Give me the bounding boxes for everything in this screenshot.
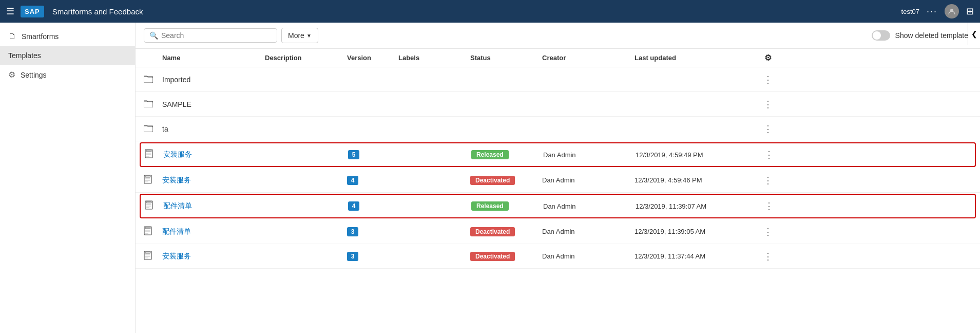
- row-creator: Dan Admin: [543, 151, 636, 159]
- kebab-menu-icon[interactable]: ⋮: [762, 147, 776, 162]
- row-name: 安装服务: [162, 252, 265, 261]
- status-badge: Released: [471, 150, 509, 159]
- table-header: Name Description Version Labels Status C…: [136, 49, 980, 67]
- row-version: 4: [347, 176, 398, 185]
- row-actions[interactable]: ⋮: [758, 97, 778, 112]
- row-date: 12/3/2019, 11:39:07 AM: [636, 202, 759, 210]
- row-version: 4: [348, 201, 399, 211]
- gear-icon[interactable]: ⚙: [764, 53, 772, 63]
- nav-user: test07: [901, 8, 919, 15]
- panel-toggle-button[interactable]: ❮: [968, 23, 980, 45]
- row-actions[interactable]: ⋮: [758, 249, 778, 264]
- row-name: 安装服务: [163, 150, 266, 159]
- folder-icon: [144, 75, 162, 85]
- row-date: 12/3/2019, 4:59:46 PM: [635, 176, 758, 184]
- row-actions[interactable]: ⋮: [758, 72, 778, 87]
- template-icon: [144, 251, 162, 262]
- search-container[interactable]: 🔍: [144, 28, 277, 43]
- row-name: Imported: [162, 76, 265, 84]
- row-actions[interactable]: ⋮: [758, 173, 778, 188]
- sidebar-item-templates[interactable]: Templates: [0, 46, 135, 65]
- table-row[interactable]: SAMPLE⋮: [136, 92, 980, 117]
- col-status: Status: [470, 53, 542, 63]
- row-date: 12/3/2019, 11:37:44 AM: [635, 252, 758, 260]
- table-row[interactable]: 配件清单4ReleasedDan Admin12/3/2019, 11:39:0…: [140, 194, 976, 218]
- row-creator: Dan Admin: [542, 228, 635, 235]
- app-title: Smartforms and Feedback: [52, 7, 143, 16]
- template-icon: [144, 175, 162, 186]
- row-creator: Dan Admin: [543, 202, 636, 210]
- row-actions[interactable]: ⋮: [758, 121, 778, 137]
- col-last-updated: Last updated: [635, 53, 758, 63]
- sidebar-item-settings-label: Settings: [21, 71, 47, 79]
- row-status: Deactivated: [470, 252, 542, 261]
- folder-icon: [144, 124, 162, 134]
- col-version: Version: [347, 53, 398, 63]
- toolbar-right: Show deleted templates: [872, 30, 972, 41]
- hamburger-icon[interactable]: ☰: [6, 6, 14, 17]
- table-row[interactable]: 安装服务5ReleasedDan Admin12/3/2019, 4:59:49…: [140, 142, 976, 167]
- row-actions[interactable]: ⋮: [759, 198, 779, 214]
- more-button[interactable]: More ▼: [281, 28, 318, 43]
- kebab-menu-icon[interactable]: ⋮: [761, 97, 775, 112]
- kebab-menu-icon[interactable]: ⋮: [762, 198, 776, 214]
- more-label: More: [288, 31, 304, 40]
- kebab-menu-icon[interactable]: ⋮: [761, 249, 775, 264]
- avatar[interactable]: [945, 4, 959, 18]
- chevron-left-icon: ❮: [971, 30, 977, 38]
- svg-rect-1: [144, 77, 153, 83]
- row-name: ta: [162, 125, 265, 133]
- table-body: Imported⋮SAMPLE⋮ta⋮安装服务5ReleasedDan Admi…: [136, 67, 980, 269]
- svg-rect-10: [145, 176, 150, 177]
- col-name: Name: [162, 53, 265, 63]
- row-date: 12/3/2019, 4:59:49 PM: [636, 151, 759, 159]
- table-row[interactable]: 安装服务4DeactivatedDan Admin12/3/2019, 4:59…: [136, 168, 980, 193]
- toggle-knob: [873, 31, 881, 40]
- row-name: SAMPLE: [162, 100, 265, 108]
- table-row[interactable]: 配件清单3DeactivatedDan Admin12/3/2019, 11:3…: [136, 219, 980, 244]
- show-deleted-label: Show deleted templates: [895, 31, 972, 40]
- sidebar-item-smartforms[interactable]: 🗋 Smartforms: [0, 27, 135, 46]
- col-description: Description: [265, 53, 347, 63]
- sidebar-item-settings[interactable]: ⚙ Settings: [0, 65, 135, 85]
- row-actions[interactable]: ⋮: [759, 147, 779, 162]
- col-creator: Creator: [542, 53, 635, 63]
- top-nav: ☰ SAP Smartforms and Feedback test07 ···…: [0, 0, 980, 23]
- table-row[interactable]: 安装服务3DeactivatedDan Admin12/3/2019, 11:3…: [136, 244, 980, 269]
- col-icon: [144, 53, 162, 63]
- template-icon: [145, 149, 163, 160]
- status-badge: Deactivated: [470, 176, 515, 185]
- table-row[interactable]: Imported⋮: [136, 67, 980, 92]
- sidebar-item-smartforms-label: Smartforms: [22, 32, 59, 41]
- grid-icon[interactable]: ⊞: [966, 6, 974, 17]
- row-status: Released: [471, 150, 543, 159]
- nav-right: test07 ··· ⊞: [901, 4, 974, 18]
- status-badge: Released: [471, 201, 509, 211]
- svg-rect-3: [144, 126, 153, 132]
- row-status: Deactivated: [470, 176, 542, 185]
- folder-icon: [144, 99, 162, 109]
- svg-rect-15: [146, 201, 151, 203]
- kebab-menu-icon[interactable]: ⋮: [761, 173, 775, 188]
- template-icon: [144, 226, 162, 237]
- show-deleted-toggle[interactable]: [872, 30, 890, 41]
- row-name: 安装服务: [162, 176, 265, 185]
- row-name: 配件清单: [162, 227, 265, 236]
- table-container: Name Description Version Labels Status C…: [136, 49, 980, 333]
- sap-logo: SAP: [21, 6, 44, 17]
- row-actions[interactable]: ⋮: [758, 224, 778, 239]
- sidebar: 🗋 Smartforms Templates ⚙ Settings: [0, 23, 136, 333]
- kebab-menu-icon[interactable]: ⋮: [761, 72, 775, 87]
- nav-dots-icon[interactable]: ···: [927, 6, 937, 17]
- row-name: 配件清单: [163, 201, 266, 211]
- table-row[interactable]: ta⋮: [136, 117, 980, 141]
- kebab-menu-icon[interactable]: ⋮: [761, 121, 775, 137]
- col-settings[interactable]: ⚙: [758, 53, 778, 63]
- search-input[interactable]: [161, 31, 243, 40]
- content-area: 🔍 More ▼ Show deleted templates Name Des…: [136, 23, 980, 333]
- row-creator: Dan Admin: [542, 252, 635, 260]
- kebab-menu-icon[interactable]: ⋮: [761, 224, 775, 239]
- settings-icon: ⚙: [8, 70, 15, 80]
- svg-rect-20: [145, 227, 150, 229]
- toolbar: 🔍 More ▼ Show deleted templates: [136, 23, 980, 49]
